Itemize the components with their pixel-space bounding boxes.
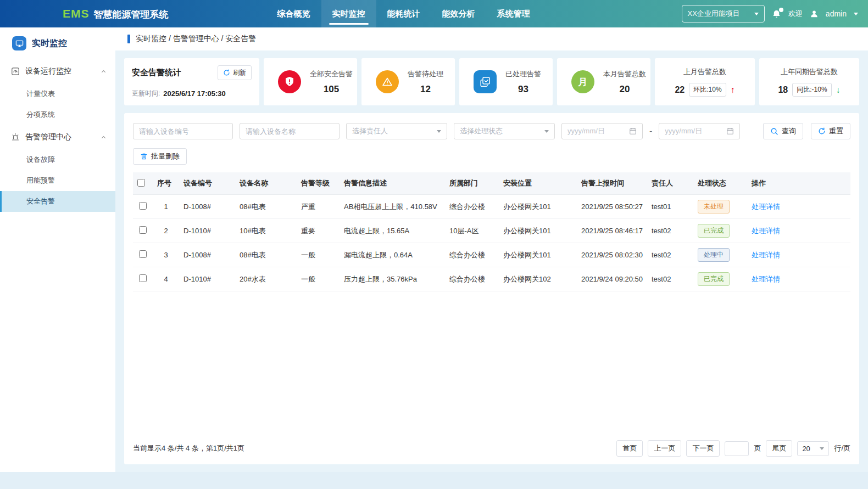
stat-label: 本月告警总数 — [603, 69, 646, 79]
refresh-button[interactable]: 刷新 — [218, 65, 252, 80]
start-date-input[interactable]: yyyy/mm/日 — [561, 123, 643, 139]
project-select-value: XX企业用能项目 — [688, 9, 740, 19]
device-name-input[interactable] — [240, 123, 340, 139]
column-header: 告警上报时间 — [577, 172, 647, 195]
select-all-checkbox[interactable] — [137, 179, 145, 187]
detail-link[interactable]: 处理详情 — [752, 251, 780, 259]
reset-button[interactable]: 重置 — [811, 123, 850, 139]
cell-index: 3 — [153, 243, 179, 267]
toolbar-row: 批量删除 — [133, 148, 850, 165]
sidebar-group-alarm-center-items: 设备故障用能预警安全告警 — [0, 149, 115, 212]
stats-row: 安全告警统计 刷新 更新时间: 2025/6/17 17 — [124, 58, 859, 105]
cell-report-time: 2021/9/25 08:46:17 — [577, 219, 647, 243]
status-badge: 已完成 — [698, 224, 730, 238]
cell-owner: test02 — [647, 219, 693, 243]
detail-link[interactable]: 处理详情 — [752, 275, 780, 283]
column-header: 设备名称 — [235, 172, 297, 195]
sidebar-item[interactable]: 设备故障 — [0, 149, 115, 170]
alarm-table-panel: 选择责任人 选择处理状态 yyyy/mm/日 — [124, 113, 859, 464]
sidebar-item[interactable]: 用能预警 — [0, 170, 115, 191]
stat-card-last-year: 上年同期告警总数 18 同比:-10% — [759, 58, 859, 105]
status-select[interactable]: 选择处理状态 — [454, 123, 555, 139]
first-page-button[interactable]: 首页 — [616, 440, 643, 457]
stat-label: 全部安全告警 — [310, 69, 353, 79]
page-number-input[interactable] — [725, 441, 749, 456]
sidebar-title: 实时监控 — [0, 27, 115, 59]
sidebar-group-alarm-center[interactable]: 告警管理中心 — [0, 125, 115, 149]
chevron-down-icon — [820, 447, 824, 450]
row-checkbox[interactable] — [139, 226, 147, 234]
chevron-down-icon — [544, 130, 549, 133]
year-ratio-badge: 同比:-10% — [792, 83, 831, 97]
username[interactable]: admin — [826, 9, 847, 18]
realtime-monitor-icon — [12, 36, 26, 50]
row-checkbox[interactable] — [139, 202, 147, 210]
sidebar-group-device-monitor[interactable]: 设备运行监控 — [0, 59, 115, 83]
nav-item[interactable]: 能效分析 — [431, 0, 486, 27]
sidebar-item[interactable]: 分项系统 — [0, 104, 115, 125]
column-header: 设备编号 — [179, 172, 235, 195]
processed-files-icon — [474, 70, 497, 93]
stat-card-last-month: 上月告警总数 22 环比:10% — [655, 58, 755, 105]
search-icon — [770, 127, 778, 136]
update-time-label: 更新时间: — [132, 89, 160, 98]
refresh-icon — [818, 127, 826, 135]
row-checkbox[interactable] — [139, 250, 147, 258]
device-code-input[interactable] — [133, 123, 233, 139]
sidebar-item[interactable]: 安全告警 — [0, 191, 115, 212]
trash-icon — [140, 153, 148, 160]
sidebar-title-label: 实时监控 — [32, 38, 67, 49]
month-glyph: 月 — [578, 76, 588, 88]
nav-item[interactable]: 综合概览 — [266, 0, 321, 27]
top-header: EMS 智慧能源管理系统 综合概览实时监控能耗统计能效分析系统管理 XX企业用能… — [0, 0, 868, 27]
nav-item[interactable]: 系统管理 — [486, 0, 541, 27]
page-size-select[interactable]: 20 — [797, 441, 829, 456]
cell-location: 办公楼网关102 — [499, 267, 577, 291]
cell-department: 综合办公楼 — [445, 195, 499, 219]
sidebar-item[interactable]: 计量仪表 — [0, 83, 115, 104]
nav-item[interactable]: 能耗统计 — [376, 0, 431, 27]
last-page-button[interactable]: 尾页 — [766, 440, 792, 457]
column-header: 序号 — [153, 172, 179, 195]
end-date-input[interactable]: yyyy/mm/日 — [659, 123, 740, 139]
stat-label: 告警待处理 — [408, 69, 443, 79]
cell-device-name: 10#电表 — [235, 219, 297, 243]
breadcrumb: 实时监控 / 告警管理中心 / 安全告警 — [115, 27, 868, 50]
user-menu-chevron-icon[interactable] — [854, 13, 858, 15]
stat-card-total-alarms: 全部安全告警 105 — [264, 58, 357, 105]
search-button[interactable]: 查询 — [763, 123, 803, 139]
content: 安全告警统计 刷新 更新时间: 2025/6/17 17 — [115, 50, 868, 472]
column-header: 责任人 — [647, 172, 693, 195]
prev-page-button[interactable]: 上一页 — [648, 440, 681, 457]
top-nav: 综合概览实时监控能耗统计能效分析系统管理 — [266, 0, 541, 27]
cell-location: 办公楼网关101 — [499, 219, 577, 243]
stat-label: 上年同期告警总数 — [781, 67, 838, 77]
detail-link[interactable]: 处理详情 — [752, 203, 780, 211]
stat-card-pending-alarms: 告警待处理 12 — [361, 58, 455, 105]
batch-delete-button[interactable]: 批量删除 — [133, 148, 187, 165]
main: 实时监控 / 告警管理中心 / 安全告警 安全告警统计 — [115, 27, 868, 472]
project-select[interactable]: XX企业用能项目 — [682, 5, 765, 23]
notification-bell[interactable] — [772, 9, 781, 19]
next-page-button[interactable]: 下一页 — [686, 440, 720, 457]
nav-item[interactable]: 实时监控 — [321, 0, 376, 27]
table-body: 1 D-1008# 08#电表 严重 AB相电压超上上限，410.58V 综合办… — [133, 195, 850, 291]
column-header: 所属部门 — [445, 172, 499, 195]
stat-value: 20 — [620, 84, 630, 95]
cell-description: 压力超上限，35.76kPa — [340, 267, 445, 291]
owner-select-placeholder: 选择责任人 — [352, 126, 388, 136]
cell-description: AB相电压超上上限，410.58V — [340, 195, 445, 219]
detail-link[interactable]: 处理详情 — [752, 227, 780, 235]
ring-ratio-badge: 环比:10% — [689, 83, 726, 97]
owner-select[interactable]: 选择责任人 — [346, 123, 447, 139]
sidebar: 实时监控 设备运行监控 计量仪表分项系统 — [0, 27, 115, 472]
filter-row: 选择责任人 选择处理状态 yyyy/mm/日 — [133, 123, 850, 139]
logo-ems: EMS — [63, 7, 90, 20]
stat-label: 已处理告警 — [505, 69, 541, 79]
row-checkbox[interactable] — [139, 274, 147, 282]
pagination: 当前显示4 条/共 4 条，第1页/共1页 首页 上一页 下一页 页 尾页 20 — [133, 432, 850, 457]
alarm-stats-summary-card: 安全告警统计 刷新 更新时间: 2025/6/17 17 — [124, 58, 259, 105]
column-header: 告警等级 — [297, 172, 340, 195]
chevron-down-icon — [754, 13, 759, 15]
table-row: 1 D-1008# 08#电表 严重 AB相电压超上上限，410.58V 综合办… — [133, 195, 850, 219]
